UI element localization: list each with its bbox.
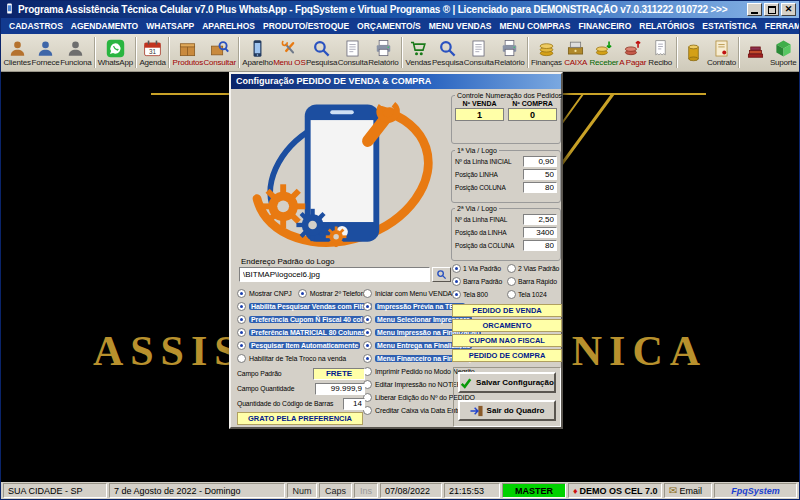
report-icon <box>500 38 519 58</box>
option-menu-entrega-na-finalizacao[interactable]: Menu Entrega na Finalização <box>363 339 459 352</box>
check-icon <box>460 377 472 389</box>
menu-item-whatsapp[interactable]: WHATSAPP <box>142 18 198 34</box>
field-input-campo-padrao[interactable] <box>313 368 365 380</box>
option-editar-impressao-no-notepad[interactable]: Editar Impressão no NOTEPAD <box>363 378 459 391</box>
menu-item-orcamento-s[interactable]: ORÇAMENTO/S <box>353 18 425 34</box>
print-mode-tela-1024[interactable]: Tela 1024 <box>507 288 562 301</box>
menu-item-relatorios[interactable]: RELATÓRIOS <box>635 18 698 34</box>
save-config-button[interactable]: Salvar Configuração <box>458 372 556 393</box>
report-icon <box>374 38 393 58</box>
sales-icon <box>409 38 428 58</box>
via-row-input[interactable] <box>523 169 557 180</box>
option-preferencia-matricial-80-colunas[interactable]: Preferência MATRICIAL 80 Colunas <box>237 326 361 339</box>
via1-group: 1ª Via / Logo Nº da Linha INICIALPosição… <box>451 147 561 203</box>
via-row-input[interactable] <box>523 240 557 251</box>
option-creditar-caixa-via-data-entrega[interactable]: Creditar Caixa via Data Entrega <box>363 404 459 417</box>
toolbar-button-aparelho-4[interactable]: Aparelho <box>242 35 273 70</box>
doc-type-field-pedido-de-compra[interactable]: PEDIDO DE COMPRA <box>452 349 562 362</box>
via-row-input[interactable] <box>523 182 557 193</box>
titlebar[interactable]: Programa Assistência Técnica Celular v7.… <box>1 1 799 18</box>
toolbar-button-menu-os-4[interactable]: Menu OS <box>273 35 306 70</box>
menu-item-agendamento[interactable]: AGENDAMENTO <box>67 18 142 34</box>
option-menu-impressao-na-finalizacao[interactable]: Menu Impressão na Finalização <box>363 326 459 339</box>
minimize-button[interactable] <box>747 3 762 16</box>
menu-item-cadastros[interactable]: CADASTROS <box>5 18 67 34</box>
support-icon <box>774 38 793 58</box>
option-menu-financeiro-na-finalizacao[interactable]: Menu Financeiro na Finalização <box>363 352 459 365</box>
toolbar-button-receber-6[interactable]: Receber <box>589 35 619 70</box>
toolbar-button-recibo-6[interactable]: Recibo <box>647 35 674 70</box>
toolbar-button-consultar-3[interactable]: Consultar <box>203 35 236 70</box>
option-iniciar-com-menu-vendas[interactable]: Iniciar com Menu VENDAS <box>363 287 459 300</box>
menu-item-produto-estoque[interactable]: PRODUTO/ESTOQUE <box>259 18 353 34</box>
radio-indicator <box>237 302 246 311</box>
via-row-input[interactable] <box>523 214 557 225</box>
toolbar-button-a-pagar-6[interactable]: A Pagar <box>619 35 647 70</box>
doc-type-field-pedido-de-venda[interactable]: PEDIDO DE VENDA <box>452 304 562 317</box>
toolbar-button-relatorio-4[interactable]: Relatório <box>368 35 399 70</box>
status-ins: Ins <box>354 483 378 498</box>
toolbar-button-vendas-5[interactable]: Vendas <box>405 35 432 70</box>
toolbar-button-funciona-0[interactable]: Funciona <box>60 35 92 70</box>
toolbar-button-label: Pesquisa <box>306 58 337 67</box>
option-liberar-edicao-do-n-do-pedido[interactable]: Liberar Edição do Nº do PEDIDO <box>363 391 459 404</box>
close-button[interactable]: ✕ <box>781 3 796 16</box>
print-mode-1-via-padrao[interactable]: 1 Via Padrão <box>452 262 507 275</box>
field-input-quantidade-do-codigo-de-barras[interactable] <box>343 398 365 410</box>
toolbar-button-relatorio-5[interactable]: Relatório <box>494 35 525 70</box>
menu-item-estatistica[interactable]: ESTATÍSTICA <box>698 18 760 34</box>
toolbar-button-consulta-5[interactable]: Consulta <box>463 35 494 70</box>
logo-path-input[interactable] <box>239 267 430 282</box>
numbering-value[interactable]: 1 <box>455 108 504 121</box>
print-mode-barra-padrao[interactable]: Barra Padrão <box>452 275 507 288</box>
toolbar-button-whatsapp-1[interactable]: WhatsApp <box>98 35 133 70</box>
print-mode-2-vias-padrao[interactable]: 2 Vias Padrão <box>507 262 562 275</box>
option-menu-selecionar-impressora[interactable]: Menu Selecionar Impressora <box>363 313 459 326</box>
option-impressao-previa-na-tela[interactable]: Impressão Prévia na TELA <box>363 300 459 313</box>
toolbar-button-suporte-8[interactable]: Suporte <box>769 35 797 70</box>
toolbar-button-consulta-4[interactable]: Consulta <box>337 35 368 70</box>
exit-button[interactable]: Sair do Quadro <box>458 400 556 421</box>
toolbar-button-pesquisa-5[interactable]: Pesquisa <box>432 35 464 70</box>
option-imprimir-pedido-no-modo-negrito[interactable]: Imprimir Pedido no Modo Negrito <box>363 365 459 378</box>
option-habilita-pesquisar-vendas-com-filtro[interactable]: Habilita Pesquisar Vendas com Filtro <box>237 300 361 313</box>
doc-type-field-cupom-nao-fiscal[interactable]: CUPOM NAO FISCAL <box>452 334 562 347</box>
menu-item-menu-compras[interactable]: MENU COMPRAS <box>496 18 575 34</box>
toolbar-button-coins-icon-7[interactable] <box>680 35 707 70</box>
toolbar-button-label: Consulta <box>338 58 368 67</box>
menu-item-ferramentas[interactable]: FERRAMENTAS <box>761 18 799 34</box>
browse-logo-button[interactable] <box>432 267 451 282</box>
status-caps: Caps <box>319 483 352 498</box>
menu-item-aparelhos[interactable]: APARELHOS <box>198 18 259 34</box>
print-mode-tela-800[interactable]: Tela 800 <box>452 288 507 301</box>
status-email[interactable]: ✉Email <box>664 483 712 498</box>
toolbar-button-pesquisa-4[interactable]: Pesquisa <box>306 35 338 70</box>
via-row-input[interactable] <box>523 156 557 167</box>
via-row-input[interactable] <box>523 227 557 238</box>
via-row-n-da-linha-final: Nº da Linha FINAL <box>455 213 557 226</box>
print-mode-barra-rapido[interactable]: Barra Rápido <box>507 275 562 288</box>
dialog-titlebar[interactable]: Configuração PEDIDO DE VENDA & COMPRA <box>231 74 561 89</box>
option-mostrar-2-telefone[interactable]: Mostrar 2º Telefone <box>298 287 369 300</box>
toolbar-button-clientes-0[interactable]: Clientes <box>3 35 31 70</box>
toolbar-button-fornece-0[interactable]: Fornece <box>31 35 60 70</box>
device-icon <box>248 38 267 58</box>
status-time: 21:15:53 <box>444 483 500 498</box>
option-habilitar-de-tela-troco-na-venda[interactable]: Habilitar de Tela Troco na venda <box>237 352 361 365</box>
radio-indicator <box>452 264 461 273</box>
option-preferencia-cupom-n-fiscal-40-col[interactable]: Preferência Cupom Ñ Fiscal 40 col <box>237 313 361 326</box>
maximize-button[interactable] <box>764 3 779 16</box>
field-input-campo-quantidade[interactable] <box>315 383 365 395</box>
doc-type-field-orcamento[interactable]: ORCAMENTO <box>452 319 562 332</box>
toolbar-button-produtos-3[interactable]: Produtos <box>172 35 203 70</box>
toolbar-button-agenda-2[interactable]: 31Agenda <box>139 35 166 70</box>
option-mostrar-cnpj[interactable]: Mostrar CNPJ <box>237 287 292 300</box>
toolbar-button-caixa-6[interactable]: CAIXA <box>562 35 589 70</box>
numbering-value[interactable]: 0 <box>508 108 557 121</box>
toolbar-button-financas-6[interactable]: Finanças <box>531 35 562 70</box>
toolbar-button-books-icon-8[interactable] <box>742 35 769 70</box>
menu-item-menu-vendas[interactable]: MENU VENDAS <box>425 18 496 34</box>
option-pesquisar-item-automaticamente[interactable]: Pesquisar Item Automaticamente <box>237 339 361 352</box>
menu-item-financeiro[interactable]: FINANCEIRO <box>574 18 635 34</box>
toolbar-button-contrato-7[interactable]: Contrato <box>707 35 737 70</box>
